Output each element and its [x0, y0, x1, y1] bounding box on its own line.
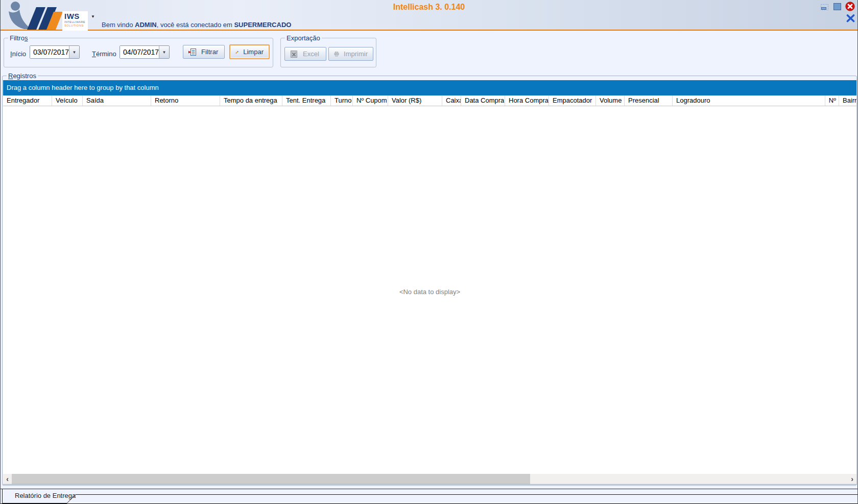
column-header-13[interactable]: Volume — [596, 95, 625, 106]
brand-line1: INTELLIWARE — [64, 21, 86, 24]
column-header-2[interactable]: Saída — [83, 95, 151, 106]
column-header-15[interactable]: Logradouro — [673, 95, 825, 106]
close-icon — [846, 2, 854, 11]
filter-icon — [188, 48, 197, 56]
export-group-label: Exportação — [285, 34, 322, 42]
close-button[interactable] — [845, 2, 855, 11]
chevron-down-icon: ▼ — [73, 50, 77, 55]
scroll-thumb[interactable] — [12, 474, 530, 484]
brand-box: IWS INTELLIWARE SOLUTIONS — [62, 11, 88, 31]
filters-group: Filtros Início 03/07/2017 ▼ Término 04/0… — [4, 38, 273, 67]
column-header-5[interactable]: Tent. Entrega — [282, 95, 331, 106]
close-form-icon — [848, 15, 854, 21]
records-group: Registros Drag a column header here to g… — [2, 76, 857, 486]
app-title: Intellicash 3. 0.140 — [1, 3, 857, 12]
tab-label: Relatório de Entrega — [15, 492, 76, 499]
tab-strip — [1, 485, 858, 504]
h-scrollbar[interactable]: ‹ › — [3, 474, 856, 485]
column-header-6[interactable]: Turno — [331, 95, 353, 106]
column-header-4[interactable]: Tempo da entrega — [220, 95, 282, 106]
brand-name: IWS — [64, 12, 86, 20]
maximize-button[interactable] — [833, 3, 842, 11]
end-date-input[interactable]: 04/07/2017 — [120, 46, 159, 58]
chevron-right-icon: › — [851, 475, 853, 483]
welcome-prefix: Bem vindo — [102, 21, 135, 29]
filtrar-button-label: Filtrar — [201, 48, 218, 56]
start-date-input[interactable]: 03/07/2017 — [30, 46, 69, 58]
scroll-right-button[interactable]: › — [848, 474, 856, 484]
termino-label: Término — [92, 50, 116, 58]
scroll-left-button[interactable]: ‹ — [3, 474, 12, 484]
end-date-dropdown-button[interactable]: ▼ — [159, 46, 169, 58]
export-group: Exportação Excel Imprimir — [280, 38, 376, 67]
column-header-16[interactable]: Nº — [825, 95, 839, 106]
column-header-8[interactable]: Valor (R$) — [388, 95, 442, 106]
column-header-11[interactable]: Hora Compra — [505, 95, 549, 106]
eraser-pencil-icon — [235, 48, 239, 56]
grid-header-row: EntregadorVeículoSaídaRetornoTempo da en… — [3, 95, 856, 106]
column-header-0[interactable]: Entregador — [3, 95, 52, 106]
scroll-track[interactable] — [12, 474, 848, 484]
column-header-7[interactable]: Nº Cupom — [353, 95, 388, 106]
column-header-10[interactable]: Data Compra — [461, 95, 505, 106]
brand-line2: SOLUTIONS — [64, 25, 86, 28]
filtrar-button[interactable]: Filtrar — [183, 45, 225, 59]
printer-icon — [334, 50, 339, 58]
start-date-combo: 03/07/2017 ▼ — [30, 45, 80, 59]
app-window: IWS INTELLIWARE SOLUTIONS ▼ Intellicash … — [0, 0, 858, 504]
column-header-12[interactable]: Empacotador — [549, 95, 596, 106]
end-date-combo: 04/07/2017 ▼ — [120, 45, 170, 59]
excel-icon — [290, 50, 298, 58]
imprimir-button-label: Imprimir — [344, 50, 368, 58]
filters-group-label: Filtros — [8, 34, 29, 42]
welcome-middle: , você está conectado em — [157, 21, 234, 29]
no-data-message: <No data to display> — [3, 288, 856, 296]
grid-body: <No data to display> — [3, 106, 856, 474]
column-header-3[interactable]: Retorno — [151, 95, 220, 106]
start-date-dropdown-button[interactable]: ▼ — [69, 46, 79, 58]
group-by-bar[interactable]: Drag a column header here to group by th… — [3, 80, 856, 95]
minimize-icon — [821, 5, 828, 10]
excel-button-label: Excel — [303, 50, 319, 58]
close-form-button[interactable] — [846, 14, 855, 22]
excel-button[interactable]: Excel — [284, 47, 326, 61]
inicio-label: Início — [10, 50, 26, 58]
column-header-14[interactable]: Presencial — [625, 95, 673, 106]
imprimir-button[interactable]: Imprimir — [328, 47, 373, 61]
welcome-user: ADMIN — [135, 21, 157, 29]
column-header-17[interactable]: Bairro — [839, 95, 856, 106]
brand-caret-icon[interactable]: ▼ — [91, 14, 95, 19]
minimize-button[interactable] — [821, 4, 829, 11]
welcome-store: SUPERMERCADO — [234, 21, 291, 29]
chevron-down-icon: ▼ — [162, 50, 166, 55]
welcome-text: Bem vindo ADMIN, você está conectado em … — [102, 21, 291, 29]
records-group-label: Registros — [7, 72, 38, 80]
column-header-1[interactable]: Veículo — [52, 95, 83, 106]
column-header-9[interactable]: Caixa — [442, 95, 461, 106]
limpar-button-label: Limpar — [243, 48, 264, 56]
title-bar: IWS INTELLIWARE SOLUTIONS ▼ Intellicash … — [1, 0, 857, 31]
chevron-left-icon: ‹ — [6, 475, 9, 483]
limpar-button[interactable]: Limpar — [229, 44, 270, 59]
maximize-icon — [834, 4, 841, 10]
